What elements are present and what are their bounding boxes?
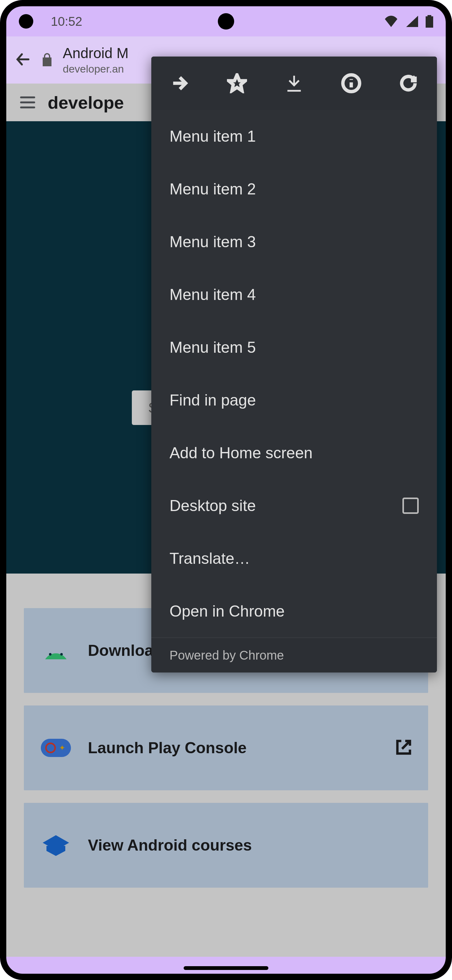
punch-hole-camera [218, 13, 234, 30]
menu-item-find[interactable]: Find in page [151, 374, 437, 426]
download-icon[interactable] [284, 73, 304, 93]
menu-item-translate[interactable]: Translate… [151, 532, 437, 585]
overflow-menu: Menu item 1 Menu item 2 Menu item 3 Menu… [151, 57, 437, 673]
battery-icon [426, 15, 433, 28]
front-camera-hole [19, 14, 33, 29]
menu-item-open-chrome[interactable]: Open in Chrome [151, 585, 437, 638]
status-time: 10:52 [51, 14, 82, 29]
menu-item-desktop[interactable]: Desktop site [151, 479, 437, 532]
gesture-nav-bar[interactable] [184, 966, 268, 970]
refresh-icon[interactable] [398, 73, 419, 93]
star-icon[interactable] [227, 73, 247, 93]
desktop-checkbox[interactable] [403, 498, 419, 514]
menu-item-2[interactable]: Menu item 2 [151, 163, 437, 215]
url-bar[interactable]: Android M developer.an [63, 45, 129, 75]
menu-item-add-home[interactable]: Add to Home screen [151, 426, 437, 479]
page-title: Android M [63, 45, 129, 61]
back-button[interactable] [14, 51, 32, 69]
menu-item-3[interactable]: Menu item 3 [151, 215, 437, 268]
menu-item-5[interactable]: Menu item 5 [151, 321, 437, 374]
status-bar: 10:52 [6, 6, 446, 37]
wifi-icon [384, 16, 398, 27]
menu-item-1[interactable]: Menu item 1 [151, 110, 437, 163]
page-host: developer.an [63, 63, 129, 75]
menu-footer: Powered by Chrome [151, 638, 437, 673]
lock-icon [41, 52, 53, 68]
forward-icon[interactable] [170, 73, 190, 93]
info-icon[interactable] [341, 73, 361, 93]
menu-item-4[interactable]: Menu item 4 [151, 268, 437, 321]
cellular-icon [406, 16, 418, 27]
